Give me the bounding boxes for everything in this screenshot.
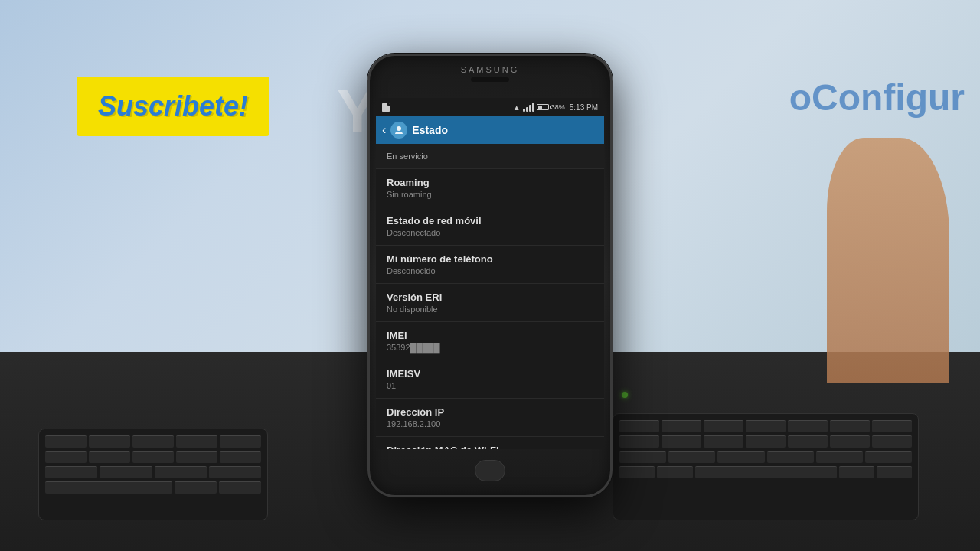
phone-device: SAMSUNG ▲ 38% 5:13 PM xyxy=(368,54,612,497)
bg-text-configure: oConfigur xyxy=(789,77,965,119)
subscribe-banner: Suscribete! xyxy=(77,77,270,136)
settings-item-2-label: Estado de red móvil xyxy=(387,215,593,227)
back-button[interactable]: ‹ xyxy=(382,123,386,137)
subscribe-text: Suscribete! xyxy=(98,90,248,122)
settings-item-7-value: 192.168.2.100 xyxy=(387,419,593,429)
settings-item-5-label: IMEI xyxy=(387,330,593,341)
battery-percent: 38% xyxy=(551,103,565,111)
status-bar-left xyxy=(382,103,390,112)
phone-icon xyxy=(394,125,404,135)
battery-icon xyxy=(537,104,549,110)
settings-item-1-value: Sin roaming xyxy=(387,190,593,199)
settings-item-5[interactable]: IMEI 35392█████ xyxy=(376,322,604,360)
settings-item-7[interactable]: Dirección IP 192.168.2.100 xyxy=(376,399,604,437)
settings-item-8-label: Dirección MAC de Wi-Fi xyxy=(387,445,593,449)
settings-item-0[interactable]: En servicio xyxy=(376,144,604,169)
sim-icon xyxy=(382,103,390,112)
settings-list: En servicio Roaming Sin roaming Estado d… xyxy=(376,144,604,449)
nav-icon-circle xyxy=(390,122,407,139)
settings-item-2[interactable]: Estado de red móvil Desconectado xyxy=(376,207,604,246)
settings-item-3-value: Desconocido xyxy=(387,266,593,276)
settings-item-5-value: 35392█████ xyxy=(387,343,593,352)
status-bar: ▲ 38% 5:13 PM xyxy=(376,98,604,116)
svg-point-0 xyxy=(397,126,401,131)
settings-item-4[interactable]: Versión ERI No disponible xyxy=(376,284,604,322)
settings-item-4-label: Versión ERI xyxy=(387,292,593,303)
settings-item-6-value: 01 xyxy=(387,381,593,390)
settings-item-1-label: Roaming xyxy=(387,177,593,188)
phone-screen: ▲ 38% 5:13 PM ‹ xyxy=(376,98,604,449)
settings-item-6-label: IMEISV xyxy=(387,368,593,380)
settings-item-1[interactable]: Roaming Sin roaming xyxy=(376,169,604,207)
keyboard-right xyxy=(612,413,919,520)
home-button[interactable] xyxy=(475,460,505,481)
settings-item-4-value: No disponible xyxy=(387,305,593,314)
settings-item-2-value: Desconectado xyxy=(387,228,593,237)
hand-right xyxy=(827,138,949,383)
keyboard-left xyxy=(38,429,268,520)
time-display: 5:13 PM xyxy=(570,103,598,112)
settings-item-0-label: En servicio xyxy=(387,152,593,161)
samsung-logo: SAMSUNG xyxy=(461,65,520,74)
settings-item-3[interactable]: Mi número de teléfono Desconocido xyxy=(376,246,604,284)
settings-item-6[interactable]: IMEISV 01 xyxy=(376,360,604,399)
status-bar-right: ▲ 38% 5:13 PM xyxy=(513,103,598,112)
led-dot xyxy=(622,392,628,398)
speaker-grill xyxy=(471,77,509,82)
settings-item-8[interactable]: Dirección MAC de Wi-Fi xyxy=(376,437,604,449)
nav-title: Estado xyxy=(412,124,448,136)
settings-item-7-label: Dirección IP xyxy=(387,406,593,418)
nav-bar: ‹ Estado xyxy=(376,116,604,144)
signal-icon xyxy=(523,103,534,112)
settings-item-3-label: Mi número de teléfono xyxy=(387,253,593,265)
wifi-icon: ▲ xyxy=(513,103,521,112)
